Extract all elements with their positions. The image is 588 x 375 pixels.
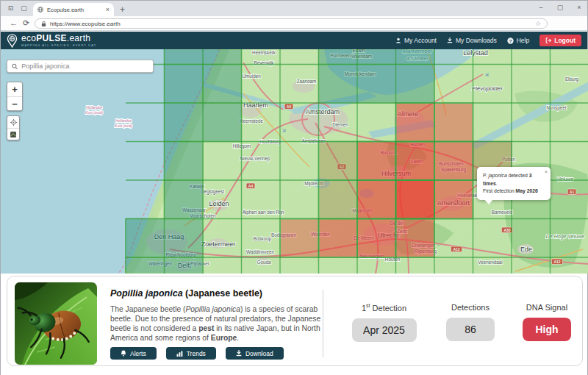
download-button[interactable]: Download bbox=[226, 347, 284, 360]
menu-help[interactable]: ? Help bbox=[507, 37, 529, 44]
stat-label: Detections bbox=[434, 303, 507, 312]
lock-icon bbox=[41, 21, 46, 27]
stat-label: 1st Detection bbox=[345, 303, 423, 312]
map-grid bbox=[126, 49, 588, 274]
panel-divider bbox=[323, 290, 323, 357]
map-container[interactable]: AmsterdamDen HaagUtrechtHaarlemAlmereZoe… bbox=[1, 49, 588, 274]
ecopulse-pin-icon bbox=[7, 34, 18, 48]
window-minimize-button[interactable]: – bbox=[536, 4, 546, 11]
tooltip-line2: First detection May 2026 bbox=[483, 188, 545, 196]
logo-pulse: PULSE bbox=[36, 33, 67, 43]
stat-value: High bbox=[523, 318, 571, 341]
stat-dna-signal: DNA Signal High bbox=[510, 303, 584, 341]
map-label: Hollandse bbox=[86, 105, 102, 110]
logout-button[interactable]: Logout bbox=[539, 35, 581, 46]
tooltip-line1: P. japonica detected 3 times. bbox=[483, 172, 545, 188]
download-icon bbox=[447, 38, 453, 43]
map-label: Kust (zuid) bbox=[115, 124, 132, 128]
tab-workspaces-icon[interactable]: ⊡ bbox=[7, 4, 15, 12]
stat-label: DNA Signal bbox=[510, 303, 584, 312]
action-buttons: Alerts Trends Download bbox=[110, 347, 284, 360]
map-label: Kust (zuid) bbox=[85, 110, 103, 115]
logout-icon bbox=[545, 38, 551, 43]
bookmark-star-icon[interactable]: ☆ bbox=[535, 20, 541, 27]
logo-domain: .earth bbox=[67, 33, 91, 43]
map-canvas[interactable]: AmsterdamDen HaagUtrechtHaarlemAlmereZoe… bbox=[1, 49, 588, 274]
stat-first-detection: 1st Detection Apr 2025 bbox=[345, 303, 423, 342]
menu-my-account[interactable]: My Account bbox=[395, 37, 437, 44]
detection-tooltip: × P. japonica detected 3 times. First de… bbox=[477, 167, 551, 200]
search-input[interactable] bbox=[21, 63, 148, 70]
grid-tint bbox=[126, 219, 165, 274]
zoom-control: + − bbox=[7, 82, 23, 111]
search-icon bbox=[12, 63, 18, 70]
tooltip-tail bbox=[484, 199, 493, 204]
stat-value: Apr 2025 bbox=[352, 318, 417, 342]
download-icon bbox=[236, 350, 242, 357]
new-tab-button[interactable]: + bbox=[120, 4, 125, 15]
browser-window: ⊡ ▢ Ecopulse.earth × + – ▢ × ← ⟳ https:/… bbox=[0, 0, 588, 375]
reload-button[interactable]: ⟳ bbox=[23, 18, 29, 28]
app-logo[interactable]: ecoPULSE.earth MAPPING ALL SPECIES, EVER… bbox=[7, 34, 96, 48]
window-close-button[interactable]: × bbox=[574, 4, 584, 11]
svg-text:?: ? bbox=[509, 38, 512, 43]
species-photo bbox=[15, 282, 97, 365]
species-card: Popillia japonica (Japanese beetle) The … bbox=[7, 276, 583, 366]
zoom-in-button[interactable]: + bbox=[7, 82, 22, 96]
browser-tab[interactable]: Ecopulse.earth × bbox=[33, 3, 114, 16]
species-description: The Japanese beetle (Popillia japonica) … bbox=[110, 304, 325, 343]
trends-button[interactable]: Trends bbox=[166, 347, 216, 360]
browser-tabstrip: ⊡ ▢ Ecopulse.earth × + – ▢ × bbox=[1, 1, 587, 16]
species-search[interactable] bbox=[7, 60, 154, 73]
url-text: https://www.ecopulse.earth bbox=[50, 21, 531, 27]
map-extra-controls bbox=[7, 115, 20, 140]
trends-icon bbox=[176, 351, 183, 357]
logo-tagline: MAPPING ALL SPECIES, EVERY DAY bbox=[21, 44, 96, 47]
map-label: Hollandse bbox=[115, 118, 132, 123]
info-panel: Popillia japonica (Japanese beetle) The … bbox=[1, 274, 587, 375]
stat-value: 86 bbox=[446, 318, 495, 341]
zoom-out-button[interactable]: − bbox=[7, 96, 22, 110]
layers-button[interactable] bbox=[7, 128, 19, 140]
tab-close-icon[interactable]: × bbox=[106, 6, 110, 13]
globe-favicon bbox=[37, 7, 43, 12]
geolocate-icon bbox=[10, 119, 17, 126]
species-title: Popillia japonica (Japanese beetle) bbox=[110, 288, 262, 299]
stat-detections: Detections 86 bbox=[434, 303, 507, 341]
logo-eco: eco bbox=[21, 33, 36, 43]
bell-icon bbox=[121, 350, 126, 357]
help-icon: ? bbox=[507, 38, 514, 44]
window-maximize-button[interactable]: ▢ bbox=[555, 4, 565, 11]
browser-toolbar: ← ⟳ https://www.ecopulse.earth ☆ bbox=[1, 16, 587, 31]
address-bar[interactable]: https://www.ecopulse.earth ☆ bbox=[35, 18, 548, 29]
tab-title: Ecopulse.earth bbox=[47, 7, 102, 13]
tooltip-close-icon[interactable]: × bbox=[545, 168, 548, 176]
grid-tint bbox=[165, 49, 588, 274]
tab-overview-icon[interactable]: ▢ bbox=[20, 4, 28, 12]
alerts-button[interactable]: Alerts bbox=[110, 347, 157, 360]
back-button[interactable]: ← bbox=[10, 18, 18, 27]
app-navbar: ecoPULSE.earth MAPPING ALL SPECIES, EVER… bbox=[1, 32, 587, 49]
layers-icon bbox=[10, 131, 17, 138]
geolocate-button[interactable] bbox=[7, 116, 19, 128]
user-icon bbox=[395, 38, 401, 43]
menu-my-downloads[interactable]: My Downloads bbox=[447, 37, 497, 44]
